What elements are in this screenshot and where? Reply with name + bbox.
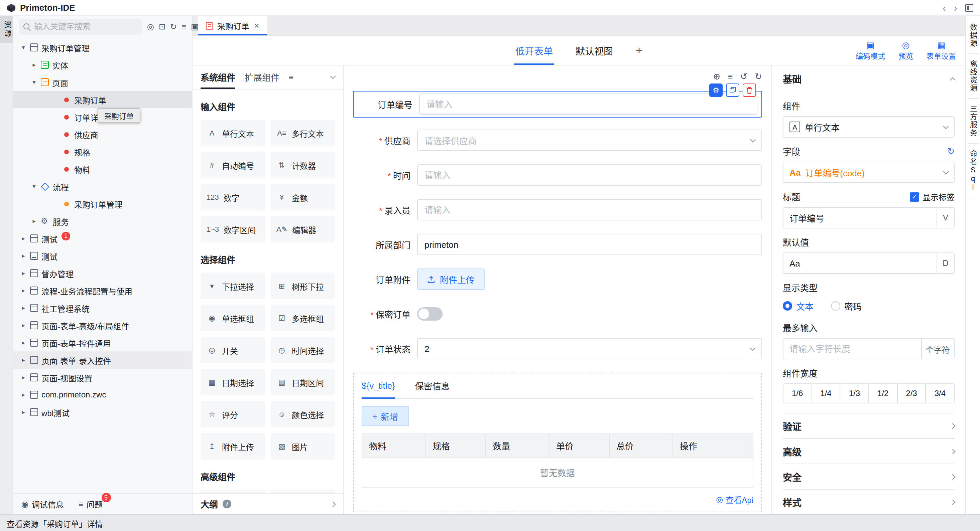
palette-item-time-picker[interactable]: ◷时间选择 bbox=[270, 337, 335, 363]
tree-item-project[interactable]: 采购订单管理 bbox=[13, 39, 192, 56]
field-settings-button[interactable]: ⚙ bbox=[709, 84, 722, 97]
field-select[interactable]: Aa 订单编号(code) bbox=[783, 162, 955, 183]
width-1-4[interactable]: 1/4 bbox=[811, 384, 840, 403]
expand-arrow-icon[interactable] bbox=[20, 409, 27, 415]
section-security[interactable]: 安全 bbox=[783, 464, 955, 489]
tree-item-purchase-order[interactable]: 采购订单 bbox=[13, 91, 192, 108]
section-validation[interactable]: 验证 bbox=[783, 413, 955, 438]
recorder-input[interactable] bbox=[417, 199, 762, 220]
tab-default-view[interactable]: 默认视图 bbox=[576, 36, 613, 65]
secret-order-toggle[interactable] bbox=[417, 307, 442, 320]
section-style[interactable]: 样式 bbox=[783, 489, 955, 514]
outline-bar[interactable]: 大纲 i bbox=[192, 493, 343, 514]
variable-binding-button[interactable]: V bbox=[937, 208, 954, 228]
palette-item-rating[interactable]: ☆评分 bbox=[200, 401, 265, 428]
view-api-link[interactable]: ◎ 查看Api bbox=[362, 494, 753, 505]
tree-item-service[interactable]: 服务 bbox=[13, 212, 192, 230]
recorder-input-inner[interactable] bbox=[425, 205, 755, 215]
default-binding-button[interactable]: D bbox=[937, 253, 954, 273]
width-1-3[interactable]: 1/3 bbox=[840, 384, 869, 403]
section-basic[interactable]: 基础 bbox=[783, 65, 955, 92]
palette-item-switch[interactable]: ◎开关 bbox=[200, 337, 265, 363]
palette-item-checkbox-group[interactable]: ☑多选框组 bbox=[270, 304, 335, 331]
preview-button[interactable]: ◎ 预览 bbox=[899, 40, 913, 60]
palette-item-color-picker[interactable]: ☺颜色选择 bbox=[270, 401, 335, 428]
tree-item-flow-purchase[interactable]: 采购订单管理 bbox=[13, 195, 192, 212]
department-input-inner[interactable] bbox=[425, 239, 755, 249]
palette-item-multi-text[interactable]: A≡多行文本 bbox=[270, 120, 335, 146]
expand-arrow-icon[interactable] bbox=[31, 62, 37, 68]
tree-item-com-primeton[interactable]: com.primeton.zwc bbox=[13, 386, 192, 403]
field-copy-button[interactable] bbox=[726, 84, 739, 97]
search-input[interactable] bbox=[34, 22, 138, 32]
palette-item-dropdown[interactable]: ▾下拉选择 bbox=[200, 273, 265, 299]
tab-system-components[interactable]: 系统组件 bbox=[200, 65, 235, 89]
tree-item-supervise[interactable]: 督办管理 bbox=[13, 265, 192, 282]
tree-item-wbl-test[interactable]: wbl测试 bbox=[13, 403, 192, 421]
nav-forward-icon[interactable]: › bbox=[954, 3, 957, 13]
refresh-icon[interactable]: ↻ bbox=[170, 23, 177, 31]
expand-arrow-icon[interactable] bbox=[20, 235, 27, 241]
tab-extension-components[interactable]: 扩展组件 bbox=[245, 65, 279, 89]
doc-tab-purchase-order[interactable]: 采购订单 × bbox=[198, 16, 267, 35]
palette-item-number[interactable]: 123数字 bbox=[200, 184, 265, 211]
tree-item-social-mgmt[interactable]: 社工管理系统 bbox=[13, 299, 192, 317]
palette-item-org-picker[interactable]: 品机构选择 bbox=[270, 490, 335, 493]
detail-subform[interactable]: ${v_title} 保密信息 + 新增 物料 规格 数量 bbox=[353, 373, 762, 512]
order-code-input-inner[interactable] bbox=[426, 99, 750, 109]
expand-arrow-icon[interactable] bbox=[20, 270, 27, 276]
time-input[interactable] bbox=[417, 164, 762, 186]
form-settings-button[interactable]: ▦ 表单设置 bbox=[926, 40, 956, 60]
expand-arrow-icon[interactable] bbox=[20, 322, 27, 328]
filter-list-icon[interactable]: ≡ bbox=[181, 23, 186, 31]
width-3-4[interactable]: 3/4 bbox=[926, 384, 955, 403]
show-label-checkbox[interactable]: 显示标签 bbox=[910, 191, 955, 202]
debug-info-button[interactable]: ◉ 调试信息 bbox=[21, 498, 64, 510]
palette-item-tree-dropdown[interactable]: ⊞树形下拉 bbox=[270, 273, 335, 299]
locate-icon[interactable]: ◎ bbox=[147, 23, 154, 31]
expand-arrow-icon[interactable] bbox=[31, 218, 37, 224]
undo-icon[interactable]: ↺ bbox=[740, 72, 748, 81]
structure-icon[interactable]: ≡ bbox=[728, 72, 733, 81]
tree-item-entity[interactable]: 实体 bbox=[13, 56, 192, 73]
code-mode-button[interactable]: ▣ 编码模式 bbox=[856, 40, 885, 60]
expand-arrow-icon[interactable] bbox=[20, 340, 27, 346]
default-value-input[interactable] bbox=[800, 253, 937, 273]
field-refresh-icon[interactable]: ↻ bbox=[947, 147, 955, 155]
nav-back-icon[interactable]: ‹ bbox=[943, 3, 946, 13]
tab-datasource[interactable]: 数据源 bbox=[967, 17, 978, 54]
collapse-arrow-icon[interactable] bbox=[20, 44, 27, 51]
add-row-button[interactable]: + 新增 bbox=[362, 406, 409, 426]
palette-item-number-range[interactable]: 1~3数字区间 bbox=[200, 216, 265, 243]
add-view-button[interactable]: + bbox=[636, 44, 643, 57]
width-2-3[interactable]: 2/3 bbox=[897, 384, 926, 403]
tree-item-pages[interactable]: 页面 bbox=[13, 73, 192, 91]
close-tab-icon[interactable]: × bbox=[254, 21, 259, 30]
title-input[interactable] bbox=[783, 208, 937, 228]
field-delete-button[interactable] bbox=[743, 84, 756, 97]
component-select[interactable]: A 单行文本 bbox=[783, 116, 955, 138]
new-page-icon[interactable]: ▣ bbox=[191, 23, 199, 31]
tree-item-form-common[interactable]: 页面-表单-控件通用 bbox=[13, 334, 192, 351]
palette-menu-icon[interactable]: ≡ bbox=[289, 73, 293, 82]
expand-arrow-icon[interactable] bbox=[20, 253, 27, 259]
width-1-6[interactable]: 1/6 bbox=[783, 384, 812, 403]
palette-item-image[interactable]: ▧图片 bbox=[270, 433, 335, 460]
sidebar-searchbox[interactable] bbox=[19, 19, 142, 35]
time-input-inner[interactable] bbox=[425, 170, 755, 180]
tab-offline-resources[interactable]: 离线资源 bbox=[967, 54, 978, 99]
palette-collapse-icon[interactable] bbox=[330, 73, 336, 79]
supplier-select[interactable]: 请选择供应商 bbox=[417, 130, 762, 151]
tree-item-test2[interactable]: 测试 bbox=[13, 247, 192, 265]
tree-item-form-input[interactable]: 页面-表单-录入控件 bbox=[13, 351, 192, 369]
palette-item-currency[interactable]: ¥金额 bbox=[270, 184, 335, 211]
palette-item-date-picker[interactable]: ▦日期选择 bbox=[200, 369, 265, 395]
panel-layout-icon[interactable] bbox=[965, 4, 973, 12]
tree-item-supplier[interactable]: 供应商 bbox=[13, 125, 192, 143]
redo-icon[interactable]: ↻ bbox=[755, 72, 762, 81]
radio-password[interactable]: 密码 bbox=[831, 300, 862, 312]
selected-field-order-code[interactable]: ⚙ 订单编号 bbox=[353, 91, 762, 117]
palette-item-counter[interactable]: ⇅计数器 bbox=[270, 152, 335, 178]
resources-strip-tab[interactable]: 资源 bbox=[0, 16, 13, 43]
palette-item-person-picker[interactable]: 人人员选择 bbox=[200, 490, 265, 493]
